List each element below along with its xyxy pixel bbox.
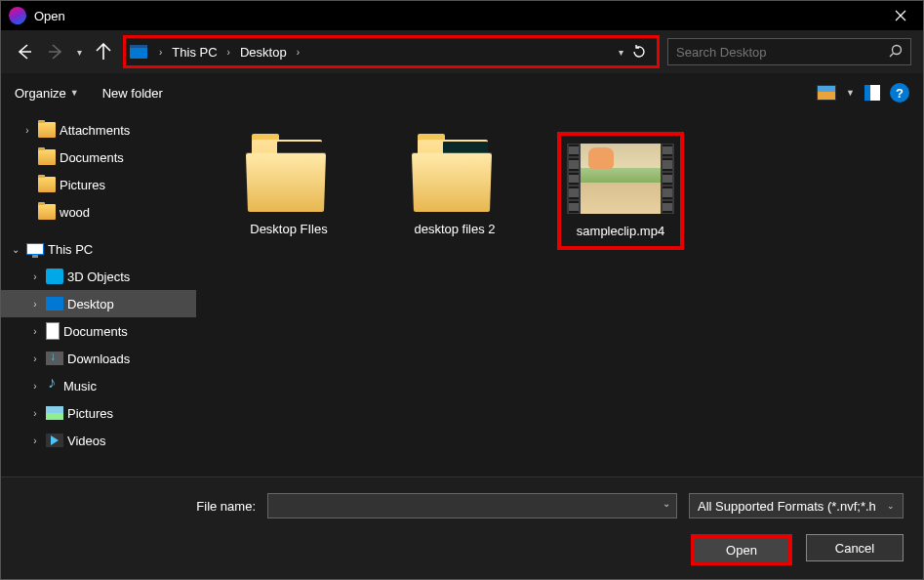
chevron-right-icon[interactable]: ›: [28, 381, 42, 392]
organize-menu[interactable]: Organize ▼: [15, 86, 79, 101]
arrow-right-icon: [47, 43, 64, 61]
view-mode-button[interactable]: [817, 85, 836, 101]
address-dropdown[interactable]: ▾: [619, 47, 623, 58]
sidebar-item-label: Attachments: [60, 123, 130, 138]
sidebar: › Attachments Documents Pictures wood: [1, 112, 196, 476]
sidebar-item-label: 3D Objects: [67, 269, 130, 284]
chevron-right-icon[interactable]: ›: [28, 299, 42, 310]
new-folder-button[interactable]: New folder: [102, 86, 163, 101]
file-item-label: desktop files 2: [414, 222, 495, 236]
filename-row: File name: ⌄ All Supported Formats (*.nv…: [20, 493, 904, 518]
file-item-folder[interactable]: Desktop FIles: [225, 132, 352, 242]
dialog-title: Open: [34, 9, 878, 23]
chevron-down-icon: ▼: [70, 88, 79, 98]
open-button-label: Open: [726, 543, 757, 558]
address-bar[interactable]: › This PC › Desktop › ▾: [123, 35, 660, 68]
sidebar-item-pictures[interactable]: Pictures: [1, 171, 196, 198]
sidebar-item-label: Pictures: [67, 406, 113, 421]
open-dialog: Open ▾ › This PC › Desktop › ▾: [0, 0, 924, 580]
desktop-icon: [46, 297, 63, 311]
refresh-button[interactable]: [627, 40, 651, 63]
chevron-down-icon: ⌄: [887, 501, 895, 511]
new-folder-label: New folder: [102, 86, 163, 101]
chevron-right-icon[interactable]: ›: [155, 47, 166, 58]
svg-point-0: [893, 45, 902, 54]
sidebar-item-label: Documents: [63, 324, 128, 339]
breadcrumb: › This PC › Desktop ›: [155, 45, 619, 60]
filename-input[interactable]: ⌄: [267, 493, 677, 518]
breadcrumb-part[interactable]: This PC: [172, 45, 217, 60]
sidebar-item-label: Music: [63, 379, 97, 394]
3d-objects-icon: [46, 269, 63, 284]
filetype-select[interactable]: All Supported Formats (*.nvf;*.h ⌄: [689, 493, 904, 518]
chevron-right-icon[interactable]: ›: [223, 47, 234, 58]
sidebar-item-attachments[interactable]: › Attachments: [1, 116, 196, 144]
cancel-button-label: Cancel: [835, 541, 874, 556]
folder-icon: [38, 149, 56, 165]
folder-icon: [38, 122, 56, 138]
refresh-icon: [631, 44, 647, 60]
sidebar-item-videos[interactable]: › Videos: [1, 427, 196, 454]
back-button[interactable]: [13, 40, 36, 63]
music-icon: [46, 378, 60, 394]
sidebar-item-label: wood: [60, 205, 90, 220]
chevron-right-icon[interactable]: ›: [28, 353, 42, 364]
chevron-down-icon[interactable]: ⌄: [663, 498, 670, 509]
cancel-button[interactable]: Cancel: [806, 534, 904, 561]
footer: File name: ⌄ All Supported Formats (*.nv…: [1, 476, 923, 579]
chevron-right-icon[interactable]: ›: [28, 326, 42, 337]
videos-icon: [46, 434, 63, 447]
sidebar-item-music[interactable]: › Music: [1, 372, 196, 399]
chevron-right-icon[interactable]: ›: [28, 435, 42, 446]
recent-dropdown[interactable]: ▾: [75, 47, 84, 58]
sidebar-item-label: Pictures: [60, 178, 105, 192]
downloads-icon: [46, 352, 63, 365]
sidebar-item-label: Videos: [67, 434, 106, 448]
filetype-label: All Supported Formats (*.nvf;*.h: [698, 499, 876, 514]
breadcrumb-part[interactable]: Desktop: [240, 45, 287, 60]
nav-bar: ▾ › This PC › Desktop › ▾: [1, 30, 923, 73]
sidebar-item-wood[interactable]: wood: [1, 198, 196, 226]
titlebar: Open: [1, 1, 923, 30]
file-grid: Desktop FIles desktop files 2 sampleclip…: [196, 112, 923, 476]
search-box[interactable]: [667, 38, 911, 65]
this-pc-icon: [26, 243, 44, 255]
filename-label: File name:: [196, 499, 256, 514]
sidebar-item-documents[interactable]: Documents: [1, 144, 196, 171]
sidebar-item-3dobjects[interactable]: › 3D Objects: [1, 263, 196, 290]
open-button[interactable]: Open: [691, 534, 792, 565]
sidebar-item-pictures2[interactable]: › Pictures: [1, 399, 196, 427]
close-icon: [895, 10, 906, 21]
video-thumbnail-icon: [567, 144, 674, 214]
location-monitor-icon: [130, 45, 147, 59]
chevron-right-icon[interactable]: ›: [293, 47, 303, 58]
search-input[interactable]: [676, 45, 889, 60]
folder-icon: [38, 177, 56, 192]
chevron-down-icon[interactable]: ▼: [846, 88, 855, 98]
chevron-right-icon[interactable]: ›: [28, 271, 42, 282]
file-item-label: sampleclip.mp4: [577, 224, 664, 238]
pictures-icon: [46, 406, 63, 420]
app-icon: [6, 4, 28, 26]
search-icon[interactable]: [889, 44, 903, 61]
dialog-body: › Attachments Documents Pictures wood: [1, 112, 923, 476]
file-item-video[interactable]: sampleclip.mp4: [557, 132, 684, 250]
up-button[interactable]: [92, 40, 115, 63]
help-button[interactable]: ?: [890, 83, 909, 103]
sidebar-item-thispc[interactable]: ⌄ This PC: [1, 235, 196, 263]
chevron-right-icon[interactable]: ›: [20, 125, 34, 136]
sidebar-item-label: Desktop: [67, 297, 114, 311]
forward-button[interactable]: [44, 40, 67, 63]
sidebar-item-downloads[interactable]: › Downloads: [1, 345, 196, 372]
sidebar-item-desktop[interactable]: › Desktop: [1, 290, 196, 317]
close-button[interactable]: [878, 1, 923, 30]
chevron-right-icon[interactable]: ›: [28, 408, 42, 419]
preview-pane-button[interactable]: [864, 85, 880, 101]
sidebar-item-documents2[interactable]: › Documents: [1, 317, 196, 345]
chevron-down-icon[interactable]: ⌄: [9, 244, 22, 255]
file-item-folder[interactable]: desktop files 2: [391, 132, 518, 242]
toolbar: Organize ▼ New folder ▼ ?: [1, 73, 923, 112]
folder-icon: [248, 138, 330, 212]
arrow-left-icon: [16, 43, 33, 61]
folder-icon: [38, 204, 56, 220]
